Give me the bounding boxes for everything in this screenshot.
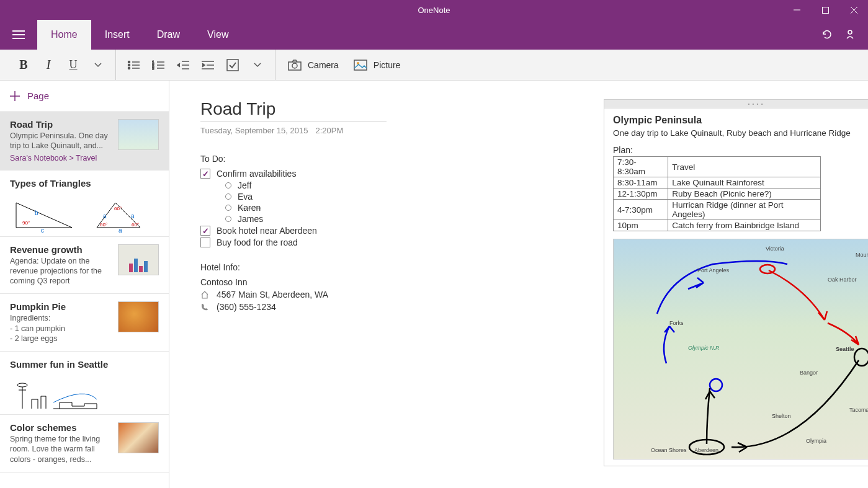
share-button[interactable] xyxy=(844,29,856,42)
close-button[interactable] xyxy=(839,0,868,20)
picture-icon xyxy=(354,60,367,71)
grip-icon: • • • • xyxy=(748,101,764,107)
hamburger-button[interactable] xyxy=(0,20,37,50)
outdent-button[interactable] xyxy=(171,53,195,78)
camera-icon xyxy=(288,60,302,71)
container-gripper[interactable]: • • • • ↔ xyxy=(604,100,868,109)
undo-button[interactable] xyxy=(821,29,832,42)
checkbox-icon[interactable] xyxy=(200,237,210,247)
bold-button[interactable]: B xyxy=(11,53,36,78)
page-thumbnail xyxy=(118,422,159,453)
map-image: Victoria Seattle Bellevue Tacoma Olympia… xyxy=(613,239,868,459)
phone-icon xyxy=(200,303,209,311)
page-item-summer[interactable]: Summer fun in Seattle xyxy=(0,352,169,415)
table-row: 8:30-11amLake Quinault Rainforest xyxy=(614,177,821,189)
svg-point-45 xyxy=(710,379,722,391)
svg-text:a: a xyxy=(103,213,107,220)
app-title: OneNote xyxy=(86,6,782,15)
tab-home[interactable]: Home xyxy=(37,20,91,50)
svg-rect-26 xyxy=(227,60,238,71)
checkbox-tag-button[interactable] xyxy=(220,53,245,78)
indent-button[interactable] xyxy=(195,53,220,78)
bullet-icon xyxy=(225,205,231,211)
seattle-sketch xyxy=(10,371,159,419)
table-row: 7:30-8:30amTravel xyxy=(614,157,821,177)
svg-text:3: 3 xyxy=(152,66,154,70)
svg-point-12 xyxy=(128,67,130,69)
tab-insert[interactable]: Insert xyxy=(91,20,143,50)
page-item-color-schemes[interactable]: Color schemes Spring theme for the livin… xyxy=(0,415,169,472)
font-dropdown[interactable] xyxy=(86,53,110,78)
svg-text:a: a xyxy=(119,227,122,234)
checkbox-icon[interactable] xyxy=(200,169,210,179)
svg-text:90°: 90° xyxy=(22,220,30,226)
page-item-snippet: Agenda: Update on the revenue projection… xyxy=(10,256,110,286)
italic-button[interactable]: I xyxy=(36,53,61,78)
page-item-snippet: Olympic Peninsula. One day trip to Lake … xyxy=(10,131,110,151)
svg-point-10 xyxy=(128,64,130,66)
picture-button[interactable]: Picture xyxy=(346,53,408,78)
page-item-breadcrumb: Sara's Notebook > Travel xyxy=(10,154,110,162)
page-item-title: Color schemes xyxy=(10,422,110,433)
note-canvas[interactable]: Road Trip Tuesday, September 15, 20152:2… xyxy=(169,81,868,488)
svg-text:60°: 60° xyxy=(132,222,139,228)
svg-point-43 xyxy=(17,383,27,387)
minimize-button[interactable] xyxy=(782,0,811,20)
container-title: Olympic Peninsula xyxy=(613,115,868,126)
page-thumbnail xyxy=(118,119,159,150)
svg-point-7 xyxy=(848,30,852,34)
triangles-drawing: b90°c 60°60°60° aaa xyxy=(10,190,159,241)
svg-text:b: b xyxy=(35,210,38,216)
svg-point-8 xyxy=(128,61,130,63)
page-item-snippet: Ingredients: - 1 can pumpkin - 2 large e… xyxy=(10,313,110,344)
table-row: 12-1:30pmRuby Beach (Picnic here?) xyxy=(614,189,821,200)
plan-label: Plan: xyxy=(613,145,868,155)
tab-draw[interactable]: Draw xyxy=(143,20,194,50)
titlebar: OneNote xyxy=(0,0,868,20)
page-item-snippet: Spring theme for the living room. Love t… xyxy=(10,434,110,464)
svg-rect-1 xyxy=(822,7,828,13)
svg-point-48 xyxy=(854,348,868,366)
bulleted-list-button[interactable] xyxy=(121,53,146,78)
home-icon xyxy=(200,290,209,299)
ribbon-tabs: Home Insert Draw View xyxy=(0,20,868,50)
svg-rect-29 xyxy=(354,60,367,70)
page-item-pumpkin[interactable]: Pumpkin Pie Ingredients: - 1 can pumpkin… xyxy=(0,294,169,352)
underline-button[interactable]: U xyxy=(61,53,86,78)
tab-view[interactable]: View xyxy=(194,20,242,50)
page-item-title: Pumpkin Pie xyxy=(10,301,110,312)
page-item-title: Summer fun in Seattle xyxy=(10,359,159,370)
tags-dropdown[interactable] xyxy=(245,53,270,78)
svg-point-46 xyxy=(760,265,775,273)
plan-table: 7:30-8:30amTravel 8:30-11amLake Quinault… xyxy=(613,156,821,231)
svg-text:c: c xyxy=(41,227,44,234)
svg-text:60°: 60° xyxy=(114,206,122,211)
table-row: 10pmCatch ferry from Bainbridge Island xyxy=(614,220,821,231)
bullet-icon xyxy=(225,193,231,200)
svg-point-28 xyxy=(292,63,297,68)
note-title[interactable]: Road Trip xyxy=(200,99,387,122)
svg-text:60°: 60° xyxy=(100,222,107,228)
page-item-road-trip[interactable]: Road Trip Olympic Peninsula. One day tri… xyxy=(0,112,169,171)
bullet-icon xyxy=(225,216,231,222)
ribbon-toolbar: B I U 123 Camera Picture xyxy=(0,50,868,81)
page-item-triangles[interactable]: Types of Triangles b90°c 60°60°60° aaa xyxy=(0,171,169,237)
plus-icon xyxy=(10,91,20,101)
page-item-title: Types of Triangles xyxy=(10,178,159,189)
page-item-title: Road Trip xyxy=(10,119,110,130)
page-item-title: Revenue growth xyxy=(10,244,110,255)
page-thumbnail xyxy=(118,244,159,275)
maximize-button[interactable] xyxy=(811,0,839,20)
checkbox-icon[interactable] xyxy=(200,226,210,236)
add-page-button[interactable]: Page xyxy=(0,81,169,112)
container-subtitle: One day trip to Lake Quinault, Ruby beac… xyxy=(613,128,868,138)
note-container[interactable]: • • • • ↔ Olympic Peninsula One day trip… xyxy=(604,99,868,466)
page-thumbnail xyxy=(118,301,159,332)
svg-text:a: a xyxy=(131,213,135,220)
numbered-list-button[interactable]: 123 xyxy=(146,53,171,78)
page-item-revenue[interactable]: Revenue growth Agenda: Update on the rev… xyxy=(0,237,169,295)
bullet-icon xyxy=(225,182,231,189)
page-list-sidebar: Page Road Trip Olympic Peninsula. One da… xyxy=(0,81,169,488)
table-row: 4-7:30pmHurrican Ridge (dinner at Port A… xyxy=(614,200,821,220)
camera-button[interactable]: Camera xyxy=(280,53,346,78)
